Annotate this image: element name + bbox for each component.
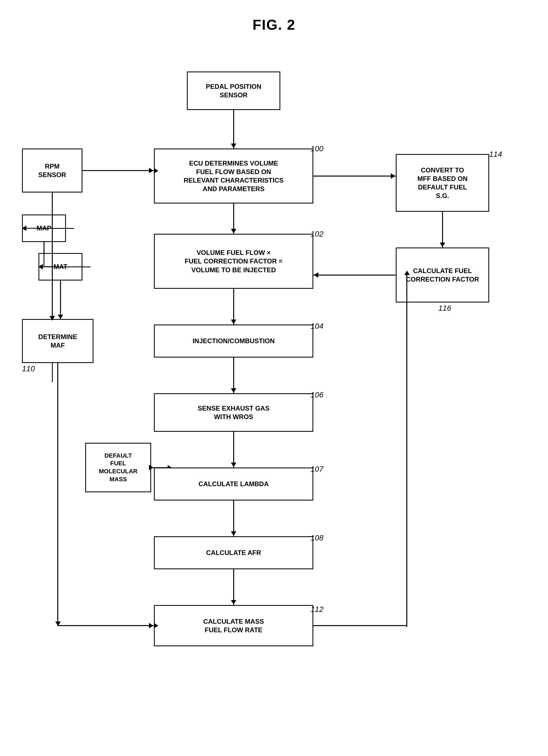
- determine-maf-box: DETERMINE MAF: [22, 319, 93, 363]
- arrow-maf-down: [57, 363, 58, 622]
- arrow-to-map: [52, 228, 74, 229]
- arrow-to-mat: [52, 266, 90, 267]
- sense-exhaust-label: SENSE EXHAUST GAS WITH WROS: [198, 404, 269, 421]
- calculate-mffr-ref: 112: [310, 605, 323, 614]
- ecu-label: ECU DETERMINES VOLUME FUEL FLOW BASED ON…: [184, 159, 283, 193]
- determine-maf-label: DETERMINE MAF: [38, 332, 77, 350]
- pedal-sensor-box: PEDAL POSITION SENSOR: [187, 72, 280, 110]
- volume-fuel-box: VOLUME FUEL FLOW × FUEL CORRECTION FACTO…: [154, 234, 313, 289]
- diagram-container: PEDAL POSITION SENSOR ECU DETERMINES VOL…: [0, 44, 548, 756]
- arrow-convert-to-calc: [442, 212, 443, 248]
- convert-mff-ref: 114: [489, 150, 502, 159]
- calculate-afr-box: CALCULATE AFR: [154, 536, 313, 569]
- calculate-lambda-label: CALCULATE LAMBDA: [199, 480, 269, 488]
- map-label: MAP: [37, 224, 51, 232]
- volume-fuel-ref: 102: [310, 230, 323, 238]
- arrow-ecu-to-volume: [233, 204, 234, 234]
- arrow-pedal-to-ecu: [233, 110, 234, 149]
- calculate-lambda-ref: 107: [310, 465, 323, 474]
- arrow-sense-to-lambda: [233, 432, 234, 468]
- ecu-box: ECU DETERMINES VOLUME FUEL FLOW BASED ON…: [154, 149, 313, 204]
- arrow-lambda-to-afr: [233, 501, 234, 536]
- arrow-feedback-up: [406, 275, 407, 627]
- calculate-mffr-label: CALCULATE MASS FUEL FLOW RATE: [203, 617, 264, 634]
- calc-fuel-correction-box: CALCULATE FUEL CORRECTION FACTOR: [396, 248, 489, 303]
- ecu-ref: 100: [310, 144, 323, 153]
- injection-label: INJECTION/COMBUSTION: [193, 337, 275, 345]
- calc-fuel-correction-label: CALCULATE FUEL CORRECTION FACTOR: [406, 266, 479, 284]
- page-title: FIG. 2: [0, 0, 548, 44]
- calculate-afr-ref: 108: [310, 534, 323, 542]
- determine-maf-ref: 110: [22, 364, 35, 373]
- convert-mff-box: CONVERT TO MFF BASED ON DEFAULT FUEL S.G…: [396, 154, 489, 212]
- volume-fuel-label: VOLUME FUEL FLOW × FUEL CORRECTION FACTO…: [185, 248, 282, 274]
- sense-exhaust-box: SENSE EXHAUST GAS WITH WROS: [154, 393, 313, 432]
- arrow-rpm-to-ecu: [82, 170, 154, 171]
- arrow-maf-to-mffr: [57, 625, 154, 626]
- arrow-mffr-right: [313, 625, 407, 626]
- injection-box: INJECTION/COMBUSTION: [154, 325, 313, 358]
- arrow-afr-to-mffr: [233, 569, 234, 605]
- arrow-rpm-down: [52, 193, 53, 223]
- arrow-map-down: [44, 242, 45, 254]
- calculate-lambda-box: CALCULATE LAMBDA: [154, 468, 313, 501]
- arrow-injection-to-sense: [233, 358, 234, 393]
- arrow-volume-to-injection: [233, 289, 234, 325]
- convert-mff-label: CONVERT TO MFF BASED ON DEFAULT FUEL S.G…: [417, 166, 468, 200]
- calc-fuel-correction-ref: 116: [438, 304, 451, 313]
- rpm-sensor-box: RPM SENSOR: [22, 149, 82, 193]
- arrow-calc-to-volume: [313, 275, 396, 276]
- injection-ref: 104: [310, 322, 323, 331]
- svg-marker-10: [58, 315, 63, 319]
- arrow-mat-down: [60, 281, 61, 314]
- default-fuel-mol-box: DEFAULT FUEL MOLECULAR MASS: [85, 443, 151, 492]
- default-fuel-mol-label: DEFAULT FUEL MOLECULAR MASS: [99, 452, 138, 483]
- pedal-sensor-label: PEDAL POSITION SENSOR: [206, 82, 262, 99]
- arrow-ecu-to-convert: [313, 176, 396, 177]
- calculate-mffr-box: CALCULATE MASS FUEL FLOW RATE: [154, 605, 313, 646]
- calculate-afr-label: CALCULATE AFR: [206, 548, 261, 557]
- sense-exhaust-ref: 106: [310, 391, 323, 399]
- rpm-sensor-label: RPM SENSOR: [38, 162, 66, 179]
